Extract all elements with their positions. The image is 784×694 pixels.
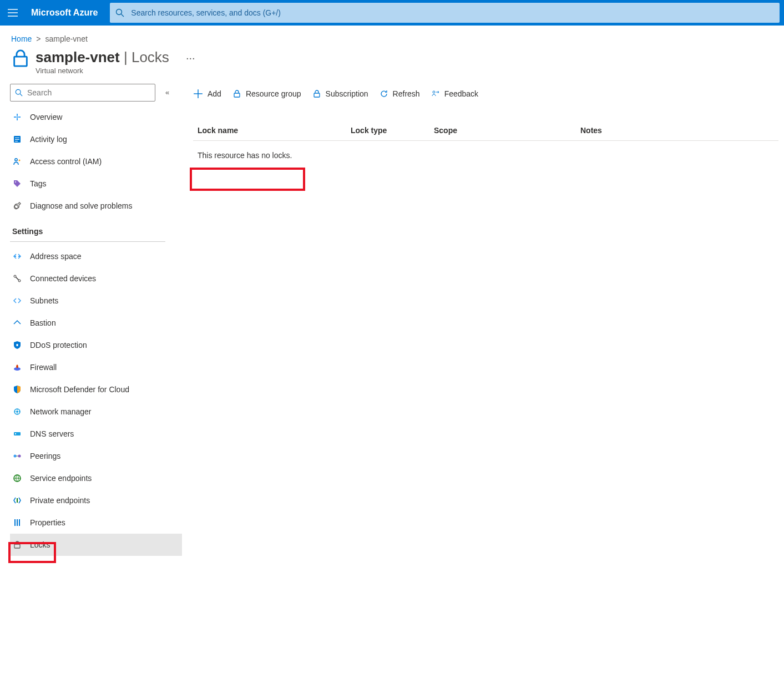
svg-rect-24 [14, 432, 21, 435]
access-control-icon [12, 156, 22, 166]
sidebar-item-address-space[interactable]: Address space [10, 245, 182, 267]
sidebar-item-label: Activity log [30, 135, 67, 144]
hamburger-icon [8, 9, 18, 17]
sidebar-item-activity-log[interactable]: Activity log [10, 128, 182, 150]
col-lock-type[interactable]: Lock type [351, 126, 434, 135]
sidebar-item-locks[interactable]: Locks [10, 534, 182, 556]
sidebar-item-label: Peerings [30, 452, 60, 460]
empty-state-message: This resource has no locks. [193, 141, 778, 170]
svg-rect-11 [15, 139, 19, 140]
svg-point-8 [17, 116, 18, 118]
feedback-icon [431, 89, 440, 98]
lock-icon [11, 48, 30, 68]
service-endpoints-icon [12, 473, 22, 483]
sidebar-item-ddos[interactable]: DDoS protection [10, 334, 182, 356]
col-lock-name[interactable]: Lock name [198, 126, 351, 135]
svg-rect-10 [15, 138, 19, 138]
sidebar-item-label: DDoS protection [30, 341, 87, 349]
sidebar-item-label: Properties [30, 518, 65, 527]
svg-rect-31 [14, 519, 16, 526]
diagnose-icon [12, 201, 22, 211]
svg-rect-37 [234, 93, 240, 97]
sidebar-item-firewall[interactable]: Firewall [10, 356, 182, 378]
sidebar-item-label: Connected devices [30, 274, 96, 283]
lock-icon [12, 540, 22, 550]
sidebar-search[interactable] [10, 84, 155, 102]
more-actions-button[interactable]: ··· [186, 52, 195, 64]
refresh-button[interactable]: Refresh [380, 89, 420, 98]
resource-group-button[interactable]: Resource group [232, 89, 301, 98]
subscription-button[interactable]: Subscription [312, 89, 368, 98]
lock-icon [232, 89, 241, 98]
tags-icon [12, 179, 22, 189]
sidebar-item-defender[interactable]: Microsoft Defender for Cloud [10, 378, 182, 401]
ddos-icon [12, 340, 22, 350]
sidebar-item-peerings[interactable]: Peerings [10, 445, 182, 467]
breadcrumb-sep: > [36, 34, 41, 43]
col-notes[interactable]: Notes [580, 126, 778, 135]
overview-icon [12, 112, 22, 122]
sidebar-item-label: Address space [30, 252, 82, 261]
sidebar-item-service-endpoints[interactable]: Service endpoints [10, 467, 182, 489]
lock-icon [312, 89, 321, 98]
hamburger-menu-button[interactable] [0, 0, 26, 26]
sidebar-item-connected-devices[interactable]: Connected devices [10, 267, 182, 290]
command-bar: Add Resource group Subscription Refresh … [193, 84, 778, 104]
locks-table-header: Lock name Lock type Scope Notes [193, 126, 778, 141]
sidebar-item-bastion[interactable]: Bastion [10, 312, 182, 334]
svg-rect-38 [314, 93, 320, 97]
sidebar-item-label: Firewall [30, 363, 57, 372]
sidebar-item-properties[interactable]: Properties [10, 511, 182, 534]
subnets-icon [12, 296, 22, 306]
svg-point-18 [18, 280, 21, 282]
private-endpoints-icon [12, 495, 22, 505]
svg-line-19 [16, 277, 19, 280]
sidebar-item-dns-servers[interactable]: DNS servers [10, 423, 182, 445]
feedback-button[interactable]: Feedback [431, 89, 478, 98]
svg-point-17 [14, 275, 16, 277]
breadcrumb-home[interactable]: Home [11, 34, 32, 43]
svg-point-6 [16, 89, 21, 94]
col-scope[interactable]: Scope [434, 126, 580, 135]
connected-devices-icon [12, 273, 22, 283]
global-search-input[interactable] [130, 8, 774, 18]
sidebar-item-access-control[interactable]: Access control (IAM) [10, 150, 182, 173]
brand-label[interactable]: Microsoft Azure [26, 8, 110, 18]
sidebar-search-input[interactable] [26, 88, 150, 98]
add-button[interactable]: Add [193, 89, 221, 99]
svg-rect-20 [17, 344, 18, 346]
search-icon [15, 89, 23, 97]
firewall-icon [12, 362, 22, 372]
button-label: Add [208, 89, 221, 98]
sidebar-item-network-manager[interactable]: Network manager [10, 401, 182, 423]
sidebar-item-overview[interactable]: Overview [10, 106, 182, 128]
svg-rect-25 [15, 433, 16, 434]
button-label: Feedback [444, 89, 478, 98]
sidebar-item-subnets[interactable]: Subnets [10, 290, 182, 312]
plus-icon [193, 89, 203, 99]
sidebar: « Overview Activity log Access control (… [10, 84, 182, 556]
breadcrumb-current[interactable]: sample-vnet [45, 34, 88, 43]
resource-type-subtitle: Virtual network [36, 67, 169, 75]
svg-rect-32 [17, 519, 18, 526]
svg-point-3 [117, 9, 122, 15]
sidebar-item-label: Bastion [30, 318, 56, 327]
global-search[interactable] [110, 3, 780, 23]
refresh-icon [380, 89, 388, 98]
sidebar-item-label: Microsoft Defender for Cloud [30, 385, 129, 394]
sidebar-item-tags[interactable]: Tags [10, 173, 182, 195]
svg-point-39 [433, 91, 435, 93]
svg-point-26 [14, 455, 17, 458]
sidebar-item-diagnose[interactable]: Diagnose and solve problems [10, 195, 182, 217]
sidebar-item-label: Tags [30, 179, 47, 188]
svg-rect-12 [15, 141, 18, 141]
peerings-icon [12, 451, 22, 461]
collapse-sidebar-button[interactable]: « [165, 88, 169, 97]
button-label: Refresh [393, 89, 420, 98]
sidebar-item-private-endpoints[interactable]: Private endpoints [10, 489, 182, 511]
bastion-icon [12, 318, 22, 328]
svg-point-13 [15, 159, 17, 161]
properties-icon [12, 518, 22, 528]
dns-servers-icon [12, 429, 22, 439]
sidebar-item-label: Service endpoints [30, 474, 92, 483]
